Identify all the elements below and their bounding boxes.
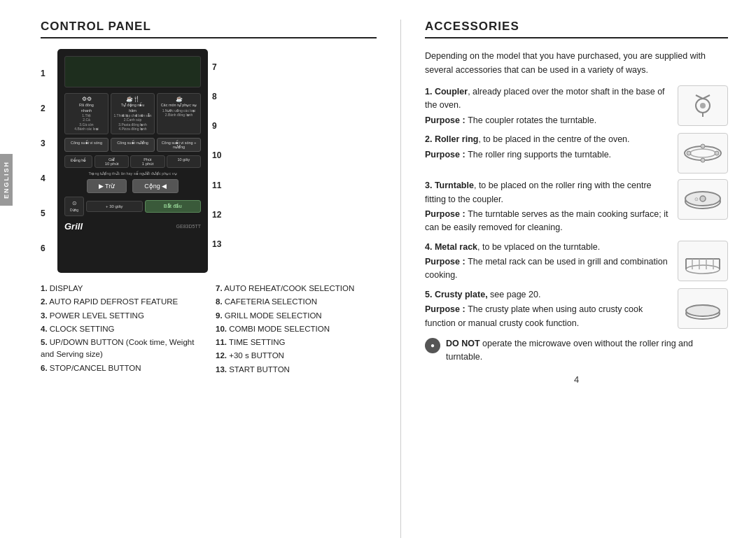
legend-item-6: 6. STOP/CANCEL BUTTON bbox=[41, 362, 202, 374]
legend-item-2: 2. AUTO RAPID DEFROST FEATURE bbox=[41, 296, 202, 308]
btn-arrow-left: ▶ Trừ bbox=[87, 179, 127, 193]
legend-left: 1. DISPLAY 2. AUTO RAPID DEFROST FEATURE… bbox=[41, 283, 202, 377]
legend-item-1: 1. DISPLAY bbox=[41, 283, 202, 295]
btn-giờ: Giờ10 phút bbox=[94, 155, 129, 168]
svg-point-15 bbox=[686, 265, 720, 274]
acc3-purpose-label: Purpose : bbox=[425, 209, 468, 219]
microwave-panel: ⚙⚙ Rã đôngnhanh 1.Thịt2.Cá3.Gà còn4.Bánh… bbox=[57, 49, 208, 273]
label-num-9: 9 bbox=[212, 121, 227, 131]
svg-text:⊙: ⊙ bbox=[694, 197, 699, 201]
accessories-section: ACCESSORIES Depending on the model that … bbox=[425, 20, 728, 538]
control-panel-section: CONTROL PANEL 1 2 3 4 5 6 bbox=[41, 20, 377, 538]
english-sidebar-tab: ENGLISH bbox=[0, 154, 13, 206]
label-num-11: 11 bbox=[212, 181, 227, 190]
legend-item-12: 12. +30 s BUTTON bbox=[216, 350, 377, 362]
btn-tu-dong-nau: ☕🍴 Tự động nấuhâm 1.Thiết lập chế biến s… bbox=[111, 93, 155, 134]
legend-item-9: 9. GRILL MODE SELECTION bbox=[216, 310, 377, 322]
svg-line-2 bbox=[696, 95, 703, 99]
brand-label: Grill bbox=[64, 221, 83, 232]
page-number: 4 bbox=[425, 374, 728, 385]
label-num-7: 7 bbox=[212, 62, 227, 72]
legend-item-3: 3. POWER LEVEL SETTING bbox=[41, 310, 202, 322]
do-not-notice: ● DO NOT operate the microwave oven with… bbox=[425, 337, 728, 365]
microwave-display bbox=[64, 56, 201, 87]
accessories-intro: Depending on the model that you have pur… bbox=[425, 49, 728, 77]
btn-auto-rapid-defrost: ⚙⚙ Rã đôngnhanh 1.Thịt2.Cá3.Gà còn4.Bánh… bbox=[64, 93, 108, 134]
acc3-name: Turntable bbox=[435, 181, 474, 190]
acc1-purpose-label: Purpose : bbox=[425, 115, 468, 125]
btn-stop: ⊙Dừng bbox=[64, 197, 84, 216]
legend-item-11: 11. TIME SETTING bbox=[216, 337, 377, 348]
label-num-10: 10 bbox=[212, 150, 227, 160]
acc4-name: Metal rack bbox=[435, 242, 477, 252]
acc3-image: ⊙ bbox=[678, 179, 728, 220]
btn-power-wave: Công suất vi sóng bbox=[64, 138, 108, 152]
acc5-desc: see page 20. bbox=[488, 290, 541, 299]
acc1-name: Coupler bbox=[435, 87, 468, 97]
btn-clock: Đồng hồ bbox=[64, 155, 92, 168]
acc5-name: Crusty plate, bbox=[435, 290, 488, 299]
legend-item-5: 5. UP/DOWN BUTTON (Cook time, Weight and… bbox=[41, 337, 202, 361]
control-panel-title: CONTROL PANEL bbox=[41, 20, 377, 38]
legend-item-7: 7. AUTO REHEAT/COOK SELECTION bbox=[216, 283, 377, 295]
acc1-image bbox=[678, 85, 728, 126]
accessories-title: ACCESSORIES bbox=[425, 20, 728, 38]
label-num-12: 12 bbox=[212, 210, 227, 220]
acc2-purpose-label: Purpose : bbox=[425, 150, 468, 160]
legend-item-8: 8. CAFETERIA SELECTION bbox=[216, 296, 377, 308]
svg-point-9 bbox=[701, 144, 705, 148]
btn-10giay: 10 giây bbox=[167, 155, 201, 168]
do-not-icon: ● bbox=[425, 338, 440, 353]
legend-item-10: 10. COMBI MODE SELECTION bbox=[216, 323, 377, 335]
acc2-purpose-text: The roller ring supports the turntable. bbox=[468, 150, 611, 160]
label-num-8: 8 bbox=[212, 92, 227, 101]
svg-point-7 bbox=[687, 151, 691, 155]
accessory-item-1: 1. Coupler, already placed over the moto… bbox=[425, 85, 728, 127]
label-num-2: 2 bbox=[41, 104, 53, 113]
label-num-3: 3 bbox=[41, 139, 53, 148]
btn-plus30: + 30 giây bbox=[86, 201, 143, 212]
accessory-item-4: 4. Metal rack, to be vplaced on the turn… bbox=[425, 241, 728, 283]
legend-item-4: 4. CLOCK SETTING bbox=[41, 323, 202, 335]
legend-item-13: 13. START BUTTON bbox=[216, 364, 377, 376]
acc1-purpose-text: The coupler rotates the turntable. bbox=[468, 115, 596, 125]
svg-line-3 bbox=[703, 95, 710, 99]
svg-point-24 bbox=[686, 305, 720, 316]
label-num-5: 5 bbox=[41, 208, 53, 218]
do-not-label: DO NOT bbox=[446, 339, 480, 348]
acc2-image bbox=[678, 133, 728, 174]
model-label: GE83D5TT bbox=[176, 224, 201, 229]
acc5-image bbox=[678, 288, 728, 329]
btn-power-medium: Công suất nướng bbox=[111, 138, 155, 152]
acc4-purpose-label: Purpose : bbox=[425, 257, 468, 267]
btn-arrow-right: Cộng ◀ bbox=[132, 179, 178, 193]
svg-point-8 bbox=[715, 151, 719, 155]
acc5-purpose-label: Purpose : bbox=[425, 304, 468, 314]
accessory-item-2: 2. Roller ring, to be placed in the cent… bbox=[425, 133, 728, 174]
svg-point-10 bbox=[701, 158, 705, 162]
label-num-1: 1 bbox=[41, 69, 53, 78]
legend-right: 7. AUTO REHEAT/COOK SELECTION 8. CAFETER… bbox=[216, 283, 377, 377]
btn-start: Bắt đầu bbox=[145, 200, 202, 213]
accessory-item-5: 5. Crusty plate, see page 20. Purpose : … bbox=[425, 288, 728, 330]
btn-phut: Phút1 phút bbox=[130, 155, 164, 168]
btn-cac-mon: ☕ Các món tự phục vụ 1.Nước uống các loạ… bbox=[157, 93, 201, 134]
acc2-desc: , to be placed in the centre of the oven… bbox=[478, 134, 629, 144]
label-num-6: 6 bbox=[41, 243, 53, 253]
acc4-desc: , to be vplaced on the turntable. bbox=[477, 242, 600, 252]
label-num-13: 13 bbox=[212, 239, 227, 249]
svg-point-1 bbox=[700, 103, 706, 108]
do-not-text: operate the microwave oven without the r… bbox=[446, 339, 693, 362]
label-num-4: 4 bbox=[41, 174, 53, 183]
acc4-image bbox=[678, 241, 728, 281]
accessory-item-3: 3. Turntable, to be placed on the roller… bbox=[425, 179, 728, 235]
acc2-name: Roller ring bbox=[435, 134, 479, 144]
btn-power-combi: Công suất vi sóng + nướng bbox=[157, 138, 201, 152]
svg-point-6 bbox=[690, 149, 715, 157]
weight-info: Trọng lượng thức ăn hay số người được ph… bbox=[64, 171, 201, 176]
svg-point-13 bbox=[700, 196, 706, 201]
